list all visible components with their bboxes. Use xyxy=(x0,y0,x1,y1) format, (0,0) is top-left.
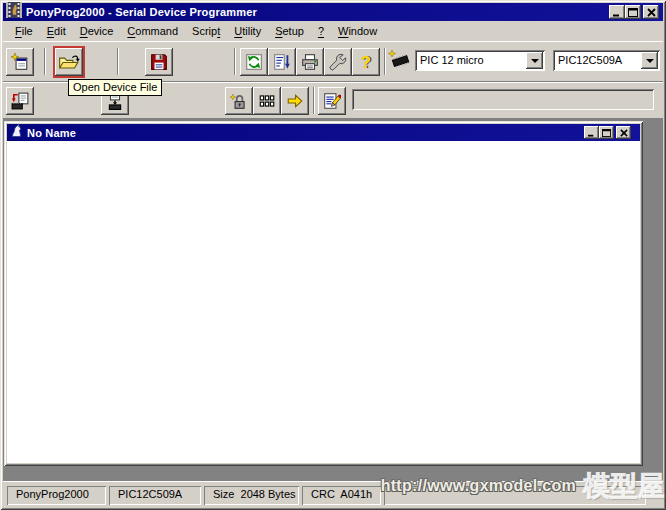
reload-icon xyxy=(245,53,263,71)
buffer-editor-area xyxy=(7,141,640,463)
toolbar-separator xyxy=(117,48,119,75)
menu-label: indow xyxy=(348,25,377,37)
app-icon xyxy=(6,2,22,22)
chevron-down-icon xyxy=(646,59,654,67)
menu-label: ile xyxy=(22,25,33,37)
menu-bar: File Edit Device Command Script Utility … xyxy=(3,21,663,41)
program-all-button[interactable] xyxy=(281,87,309,115)
open-file-icon xyxy=(58,53,80,71)
read-device-icon xyxy=(11,92,29,110)
menu-utility[interactable]: Utility xyxy=(227,23,268,39)
status-bar: PonyProg2000 PIC12C509A Size 2048 Bytes … xyxy=(3,481,663,507)
chevron-down-icon xyxy=(531,59,539,67)
device-family-value: PIC 12 micro xyxy=(420,54,484,66)
printer-icon xyxy=(301,53,319,71)
child-minimize-button[interactable] xyxy=(584,126,599,139)
reload-button[interactable] xyxy=(240,48,268,76)
menu-window[interactable]: Window xyxy=(331,23,384,39)
status-app-name: PonyProg2000 xyxy=(7,486,106,505)
window-title: PonyProg2000 - Serial Device Programmer xyxy=(26,6,257,18)
status-buffer-size: Size 2048 Bytes xyxy=(204,486,299,505)
menu-label: ? xyxy=(318,25,324,37)
device-type-dropdown-button[interactable] xyxy=(641,52,658,69)
tooltip: Open Device File xyxy=(68,79,162,96)
configuration-bits-button[interactable] xyxy=(253,87,281,115)
menu-label: F xyxy=(15,25,22,37)
menu-label: E xyxy=(47,25,54,37)
lock-icon xyxy=(230,92,248,110)
status-crc: CRC A041h xyxy=(302,486,381,505)
edit-script-icon xyxy=(323,92,341,110)
edit-script-button[interactable] xyxy=(318,87,346,115)
help-icon: ? ? xyxy=(357,53,375,71)
sort-button[interactable] xyxy=(268,48,296,76)
menu-label: t xyxy=(217,25,220,37)
child-maximize-button[interactable] xyxy=(599,126,614,139)
child-window-controls xyxy=(584,126,631,139)
menu-label: W xyxy=(338,25,348,37)
pony-icon xyxy=(9,123,24,142)
wrench-icon xyxy=(329,53,347,71)
toolbar-separator xyxy=(44,48,46,75)
menu-label: U xyxy=(234,25,242,37)
menu-label: ommand xyxy=(135,25,178,37)
save-file-icon xyxy=(150,53,168,71)
device-type-value: PIC12C509A xyxy=(558,54,622,66)
setup-button[interactable] xyxy=(324,48,352,76)
security-bits-button[interactable] xyxy=(225,87,253,115)
menu-label: dit xyxy=(54,25,66,37)
toolbar-separator xyxy=(313,87,315,114)
device-family-combo[interactable]: PIC 12 micro xyxy=(415,50,545,71)
read-device-button[interactable] xyxy=(6,87,34,115)
menu-label: D xyxy=(80,25,88,37)
svg-text:?: ? xyxy=(361,53,371,71)
menu-device[interactable]: Device xyxy=(73,23,121,39)
menu-label: etup xyxy=(282,25,303,37)
help-button[interactable]: ? ? xyxy=(352,48,380,76)
child-title-bar: No Name xyxy=(7,124,640,141)
new-window-button[interactable] xyxy=(6,48,34,76)
device-family-dropdown-button[interactable] xyxy=(526,52,543,69)
status-device-name: PIC12C509A xyxy=(109,486,201,505)
maximize-button[interactable] xyxy=(625,5,641,19)
menu-setup[interactable]: Setup xyxy=(268,23,311,39)
menu-script[interactable]: Script xyxy=(185,23,227,39)
minimize-button[interactable] xyxy=(609,5,625,19)
menu-label: evice xyxy=(88,25,114,37)
menu-label: Scrip xyxy=(192,25,217,37)
sort-list-icon xyxy=(273,53,291,71)
toolbar-separator xyxy=(234,48,236,75)
device-type-combo[interactable]: PIC12C509A xyxy=(553,50,660,71)
open-device-file-button[interactable] xyxy=(55,48,83,76)
arrow-right-icon xyxy=(286,92,304,110)
new-window-icon xyxy=(11,53,29,71)
menu-edit[interactable]: Edit xyxy=(40,23,73,39)
print-button[interactable] xyxy=(296,48,324,76)
child-close-button[interactable] xyxy=(616,126,631,139)
save-file-button[interactable] xyxy=(145,48,173,76)
menu-file[interactable]: File xyxy=(8,23,40,39)
close-button[interactable] xyxy=(643,5,659,19)
ponyprog-window: PonyProg2000 - Serial Device Programmer … xyxy=(0,0,666,510)
toolbar-main: ? ? PIC 12 micro PIC12C509A xyxy=(3,41,663,82)
programmer-chip-icon xyxy=(388,50,412,70)
window-controls xyxy=(609,5,659,19)
title-bar: PonyProg2000 - Serial Device Programmer xyxy=(3,3,663,21)
progress-bar xyxy=(352,89,654,110)
toolbar-separator xyxy=(384,48,386,75)
child-window: No Name xyxy=(4,121,643,466)
mdi-area: No Name xyxy=(3,119,663,481)
dip-switches-icon xyxy=(258,92,276,110)
menu-command[interactable]: Command xyxy=(120,23,185,39)
status-filler xyxy=(384,486,646,505)
child-window-title: No Name xyxy=(27,127,76,139)
menu-help[interactable]: ? xyxy=(311,23,331,39)
menu-label: tility xyxy=(242,25,261,37)
